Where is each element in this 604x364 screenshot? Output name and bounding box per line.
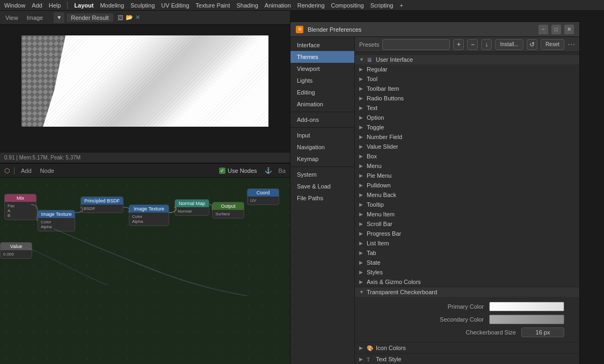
prefs-dialog: ⚙ Blender Preferences − □ ✕ Interface Th… [290,21,580,364]
tab-uv-editing[interactable]: UV Editing [161,2,189,9]
primary-color-swatch[interactable] [489,302,564,311]
use-nodes-checkbox-wrap[interactable]: ✓ Use Nodes [219,168,257,174]
minimize-button[interactable]: − [538,25,548,34]
tree-item-pulldown[interactable]: ▶ Pulldown [355,180,579,190]
tab-animation[interactable]: Animation [265,2,291,9]
use-nodes-checkbox[interactable]: ✓ [219,168,225,174]
tree-item-list-item[interactable]: ▶ List Item [355,238,579,248]
tree-item-menu-item[interactable]: ▶ Menu Item [355,209,579,219]
tab-add[interactable]: + [399,2,403,9]
presets-dropdown[interactable] [382,39,450,50]
tree-item-tooltip[interactable]: ▶ Tooltip [355,200,579,209]
tree-arrow-icon-colors: ▶ [359,345,367,351]
tree-item-pie-menu[interactable]: ▶ Pie Menu [355,171,579,180]
collapsed-text-style[interactable]: ▶ T Text Style [355,353,579,364]
node-menu-add[interactable]: Add [19,167,34,174]
secondary-color-swatch[interactable] [489,315,564,324]
tree-item-styles[interactable]: ▶ Styles [355,267,579,277]
node-title-2: Image Texture [38,210,75,218]
tab-shading[interactable]: Shading [236,2,258,9]
sidebar-item-themes[interactable]: Themes [290,51,354,63]
tree-arrow-tool: ▶ [359,76,367,82]
tab-sculpting[interactable]: Sculpting [130,2,155,9]
tree-item-toolbar-item[interactable]: ▶ Toolbar Item [355,84,579,93]
presets-overflow-icon[interactable]: ⋯ [567,40,575,49]
tree-arrow-axis: ▶ [359,279,367,285]
sidebar-item-editing[interactable]: Editing [290,86,354,98]
menu-view[interactable]: View [3,14,20,21]
tab-layout[interactable]: Layout [74,2,93,9]
sidebar-item-keymap[interactable]: Keymap [290,153,354,165]
tree-item-scroll-bar[interactable]: ▶ Scroll Bar [355,219,579,229]
presets-add-btn[interactable]: + [453,39,464,50]
tree-item-tab[interactable]: ▶ Tab [355,248,579,258]
sidebar-item-save-load[interactable]: Save & Load [290,180,354,192]
tree-label-text-style: Text Style [376,356,402,362]
sidebar-section-2: Add-ons [290,114,354,126]
collapsed-icon-colors[interactable]: ▶ 🎨 Icon Colors [355,342,579,353]
tree-item-state[interactable]: ▶ State [355,258,579,267]
tree-item-text[interactable]: ▶ Text [355,103,579,113]
sidebar-item-animation[interactable]: Animation [290,98,354,110]
presets-reset-icon[interactable]: ↺ [527,39,537,50]
tree-arrow-menu: ▶ [359,163,367,169]
tree-item-menu[interactable]: ▶ Menu [355,161,579,171]
tree-arrow-state: ▶ [359,260,367,265]
tree-label-icon-colors: Icon Colors [376,345,406,351]
tab-compositing[interactable]: Compositing [331,2,364,9]
menu-window[interactable]: Window [4,2,25,9]
sidebar-label-viewport: Viewport [297,65,320,72]
sidebar-item-navigation[interactable]: Navigation [290,141,354,153]
tab-rendering[interactable]: Rendering [297,2,325,9]
slot-dropdown[interactable]: ▼ [54,12,64,23]
sidebar-item-addons[interactable]: Add-ons [290,114,354,126]
tab-scripting[interactable]: Scripting [370,2,394,9]
tree-item-regular[interactable]: ▶ Regular [355,64,579,74]
tree-item-radio-buttons[interactable]: ▶ Radio Buttons [355,93,579,103]
reset-button[interactable]: Reset [541,39,564,50]
node-item-7: Value 0.000 [0,242,32,259]
tree-item-option[interactable]: ▶ Option [355,113,579,122]
sidebar-item-system[interactable]: System [290,169,354,180]
sidebar-item-file-paths[interactable]: File Paths [290,192,354,204]
tree-item-axis-gizmo[interactable]: ▶ Axis & Gizmo Colors [355,277,579,287]
close-button[interactable]: ✕ [564,25,574,34]
sidebar-label-interface: Interface [297,42,320,48]
node-header-icon2[interactable]: Ba [279,168,286,174]
tree-item-number-field[interactable]: ▶ Number Field [355,132,579,142]
render-close-icon[interactable]: ✕ [135,14,140,21]
sidebar-label-input: Input [297,132,310,139]
presets-remove-btn[interactable]: − [467,39,478,50]
tab-modeling[interactable]: Modeling [100,2,124,9]
tree-item-toggle[interactable]: ▶ Toggle [355,122,579,132]
main-area: View Image ▼ Render Result 🖼 📂 ✕ 0.91 | … [0,11,604,364]
presets-bar: Presets + − ↓ Install... ↺ Reset ⋯ [355,37,579,52]
tree-section-checker[interactable]: ▼ Transparent Checkerboard [355,287,579,297]
tree-item-progress-bar[interactable]: ▶ Progress Bar [355,229,579,238]
menu-image[interactable]: Image [25,14,46,21]
presets-export-btn[interactable]: ↓ [481,39,492,50]
render-folder-icon: 📂 [126,14,133,21]
menu-help[interactable]: Help [49,2,61,9]
tree-section-user-interface[interactable]: ▼ 🖥 User Interface [355,54,579,64]
tree-item-tool[interactable]: ▶ Tool [355,74,579,84]
tab-texture-paint[interactable]: Texture Paint [195,2,230,9]
sidebar-item-input[interactable]: Input [290,129,354,141]
sidebar-item-interface[interactable]: Interface [290,39,354,51]
tree-item-menu-back[interactable]: ▶ Menu Back [355,190,579,200]
checker-size-row: Checkerboard Size 16 px [359,326,575,339]
install-button[interactable]: Install... [495,39,523,50]
sidebar-item-lights[interactable]: Lights [290,75,354,86]
tree-item-box[interactable]: ▶ Box [355,151,579,161]
tree-item-value-slider[interactable]: ▶ Value Slider [355,142,579,151]
tree-label-list: List Item [367,240,389,246]
node-header-icon1[interactable]: ⚓ [265,167,272,174]
render-header-left: View Image [3,14,45,21]
sidebar-item-viewport[interactable]: Viewport [290,63,354,75]
tree-label-pie: Pie Menu [367,172,391,179]
checker-size-input[interactable]: 16 px [521,327,564,337]
menu-add[interactable]: Add [32,2,42,9]
node-menu-node[interactable]: Node [38,167,56,174]
maximize-button[interactable]: □ [551,25,561,34]
tree-label-number: Number Field [367,134,402,140]
